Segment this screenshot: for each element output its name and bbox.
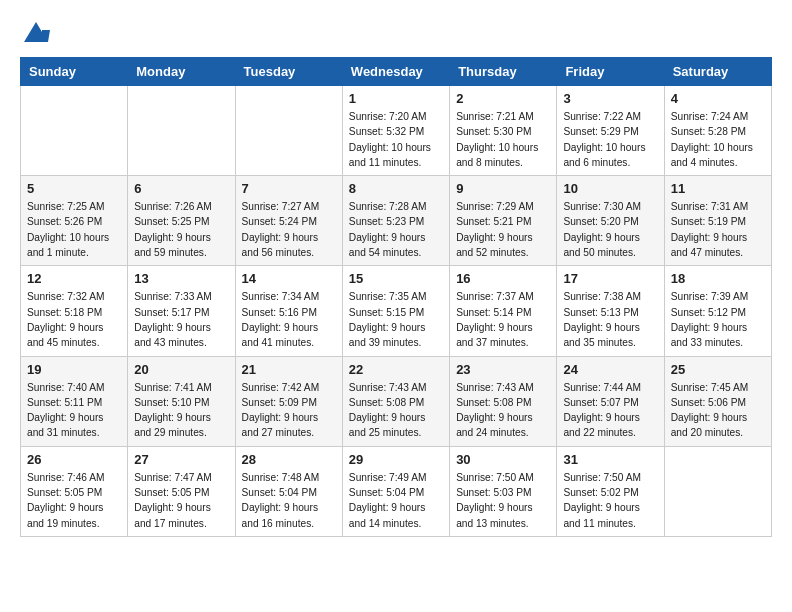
day-info: Sunrise: 7:25 AMSunset: 5:26 PMDaylight:… xyxy=(27,199,121,260)
day-info: Sunrise: 7:43 AMSunset: 5:08 PMDaylight:… xyxy=(349,380,443,441)
day-info: Sunrise: 7:43 AMSunset: 5:08 PMDaylight:… xyxy=(456,380,550,441)
calendar-week-row: 5Sunrise: 7:25 AMSunset: 5:26 PMDaylight… xyxy=(21,176,772,266)
page-header xyxy=(20,20,772,53)
day-number: 25 xyxy=(671,362,765,377)
day-info: Sunrise: 7:20 AMSunset: 5:32 PMDaylight:… xyxy=(349,109,443,170)
day-info: Sunrise: 7:41 AMSunset: 5:10 PMDaylight:… xyxy=(134,380,228,441)
calendar-cell: 8Sunrise: 7:28 AMSunset: 5:23 PMDaylight… xyxy=(342,176,449,266)
calendar-cell: 31Sunrise: 7:50 AMSunset: 5:02 PMDayligh… xyxy=(557,446,664,536)
day-info: Sunrise: 7:50 AMSunset: 5:03 PMDaylight:… xyxy=(456,470,550,531)
day-info: Sunrise: 7:38 AMSunset: 5:13 PMDaylight:… xyxy=(563,289,657,350)
calendar-cell: 13Sunrise: 7:33 AMSunset: 5:17 PMDayligh… xyxy=(128,266,235,356)
day-info: Sunrise: 7:31 AMSunset: 5:19 PMDaylight:… xyxy=(671,199,765,260)
day-info: Sunrise: 7:33 AMSunset: 5:17 PMDaylight:… xyxy=(134,289,228,350)
calendar-cell xyxy=(664,446,771,536)
day-info: Sunrise: 7:46 AMSunset: 5:05 PMDaylight:… xyxy=(27,470,121,531)
calendar-cell: 11Sunrise: 7:31 AMSunset: 5:19 PMDayligh… xyxy=(664,176,771,266)
logo xyxy=(20,20,50,53)
day-number: 28 xyxy=(242,452,336,467)
calendar-cell: 19Sunrise: 7:40 AMSunset: 5:11 PMDayligh… xyxy=(21,356,128,446)
day-number: 23 xyxy=(456,362,550,377)
calendar-cell: 22Sunrise: 7:43 AMSunset: 5:08 PMDayligh… xyxy=(342,356,449,446)
calendar-cell: 23Sunrise: 7:43 AMSunset: 5:08 PMDayligh… xyxy=(450,356,557,446)
day-info: Sunrise: 7:48 AMSunset: 5:04 PMDaylight:… xyxy=(242,470,336,531)
day-number: 3 xyxy=(563,91,657,106)
calendar-cell: 15Sunrise: 7:35 AMSunset: 5:15 PMDayligh… xyxy=(342,266,449,356)
day-number: 29 xyxy=(349,452,443,467)
calendar-cell xyxy=(21,86,128,176)
day-info: Sunrise: 7:27 AMSunset: 5:24 PMDaylight:… xyxy=(242,199,336,260)
day-info: Sunrise: 7:22 AMSunset: 5:29 PMDaylight:… xyxy=(563,109,657,170)
day-info: Sunrise: 7:21 AMSunset: 5:30 PMDaylight:… xyxy=(456,109,550,170)
calendar-cell: 1Sunrise: 7:20 AMSunset: 5:32 PMDaylight… xyxy=(342,86,449,176)
calendar-cell: 17Sunrise: 7:38 AMSunset: 5:13 PMDayligh… xyxy=(557,266,664,356)
calendar-cell: 10Sunrise: 7:30 AMSunset: 5:20 PMDayligh… xyxy=(557,176,664,266)
day-info: Sunrise: 7:40 AMSunset: 5:11 PMDaylight:… xyxy=(27,380,121,441)
day-number: 30 xyxy=(456,452,550,467)
calendar-cell: 3Sunrise: 7:22 AMSunset: 5:29 PMDaylight… xyxy=(557,86,664,176)
day-number: 6 xyxy=(134,181,228,196)
calendar-cell: 28Sunrise: 7:48 AMSunset: 5:04 PMDayligh… xyxy=(235,446,342,536)
calendar-cell: 7Sunrise: 7:27 AMSunset: 5:24 PMDaylight… xyxy=(235,176,342,266)
calendar-cell: 4Sunrise: 7:24 AMSunset: 5:28 PMDaylight… xyxy=(664,86,771,176)
calendar-week-row: 12Sunrise: 7:32 AMSunset: 5:18 PMDayligh… xyxy=(21,266,772,356)
day-number: 12 xyxy=(27,271,121,286)
calendar-cell: 16Sunrise: 7:37 AMSunset: 5:14 PMDayligh… xyxy=(450,266,557,356)
day-number: 7 xyxy=(242,181,336,196)
day-info: Sunrise: 7:50 AMSunset: 5:02 PMDaylight:… xyxy=(563,470,657,531)
weekday-header: Tuesday xyxy=(235,58,342,86)
day-number: 19 xyxy=(27,362,121,377)
day-info: Sunrise: 7:35 AMSunset: 5:15 PMDaylight:… xyxy=(349,289,443,350)
weekday-header: Sunday xyxy=(21,58,128,86)
day-number: 20 xyxy=(134,362,228,377)
calendar-cell: 14Sunrise: 7:34 AMSunset: 5:16 PMDayligh… xyxy=(235,266,342,356)
weekday-header: Thursday xyxy=(450,58,557,86)
day-number: 8 xyxy=(349,181,443,196)
day-info: Sunrise: 7:28 AMSunset: 5:23 PMDaylight:… xyxy=(349,199,443,260)
logo-text xyxy=(20,20,50,53)
day-info: Sunrise: 7:44 AMSunset: 5:07 PMDaylight:… xyxy=(563,380,657,441)
day-number: 22 xyxy=(349,362,443,377)
calendar-cell: 24Sunrise: 7:44 AMSunset: 5:07 PMDayligh… xyxy=(557,356,664,446)
day-number: 10 xyxy=(563,181,657,196)
day-info: Sunrise: 7:26 AMSunset: 5:25 PMDaylight:… xyxy=(134,199,228,260)
weekday-header: Friday xyxy=(557,58,664,86)
calendar-cell: 6Sunrise: 7:26 AMSunset: 5:25 PMDaylight… xyxy=(128,176,235,266)
calendar-cell: 25Sunrise: 7:45 AMSunset: 5:06 PMDayligh… xyxy=(664,356,771,446)
day-number: 9 xyxy=(456,181,550,196)
calendar-cell xyxy=(128,86,235,176)
day-number: 2 xyxy=(456,91,550,106)
day-info: Sunrise: 7:30 AMSunset: 5:20 PMDaylight:… xyxy=(563,199,657,260)
svg-marker-1 xyxy=(42,30,50,42)
day-info: Sunrise: 7:45 AMSunset: 5:06 PMDaylight:… xyxy=(671,380,765,441)
day-number: 11 xyxy=(671,181,765,196)
day-number: 26 xyxy=(27,452,121,467)
logo-icon xyxy=(22,20,50,48)
day-info: Sunrise: 7:34 AMSunset: 5:16 PMDaylight:… xyxy=(242,289,336,350)
day-number: 17 xyxy=(563,271,657,286)
calendar-cell: 29Sunrise: 7:49 AMSunset: 5:04 PMDayligh… xyxy=(342,446,449,536)
day-number: 1 xyxy=(349,91,443,106)
calendar-cell: 30Sunrise: 7:50 AMSunset: 5:03 PMDayligh… xyxy=(450,446,557,536)
weekday-header: Monday xyxy=(128,58,235,86)
calendar-week-row: 19Sunrise: 7:40 AMSunset: 5:11 PMDayligh… xyxy=(21,356,772,446)
day-number: 5 xyxy=(27,181,121,196)
day-number: 16 xyxy=(456,271,550,286)
day-number: 31 xyxy=(563,452,657,467)
day-number: 15 xyxy=(349,271,443,286)
calendar-week-row: 1Sunrise: 7:20 AMSunset: 5:32 PMDaylight… xyxy=(21,86,772,176)
calendar-cell: 12Sunrise: 7:32 AMSunset: 5:18 PMDayligh… xyxy=(21,266,128,356)
calendar-cell: 21Sunrise: 7:42 AMSunset: 5:09 PMDayligh… xyxy=(235,356,342,446)
day-number: 4 xyxy=(671,91,765,106)
day-number: 21 xyxy=(242,362,336,377)
day-info: Sunrise: 7:39 AMSunset: 5:12 PMDaylight:… xyxy=(671,289,765,350)
calendar-table: SundayMondayTuesdayWednesdayThursdayFrid… xyxy=(20,57,772,537)
calendar-header-row: SundayMondayTuesdayWednesdayThursdayFrid… xyxy=(21,58,772,86)
calendar-cell: 9Sunrise: 7:29 AMSunset: 5:21 PMDaylight… xyxy=(450,176,557,266)
weekday-header: Wednesday xyxy=(342,58,449,86)
calendar-week-row: 26Sunrise: 7:46 AMSunset: 5:05 PMDayligh… xyxy=(21,446,772,536)
calendar-cell: 27Sunrise: 7:47 AMSunset: 5:05 PMDayligh… xyxy=(128,446,235,536)
day-info: Sunrise: 7:42 AMSunset: 5:09 PMDaylight:… xyxy=(242,380,336,441)
calendar-cell: 20Sunrise: 7:41 AMSunset: 5:10 PMDayligh… xyxy=(128,356,235,446)
day-number: 24 xyxy=(563,362,657,377)
